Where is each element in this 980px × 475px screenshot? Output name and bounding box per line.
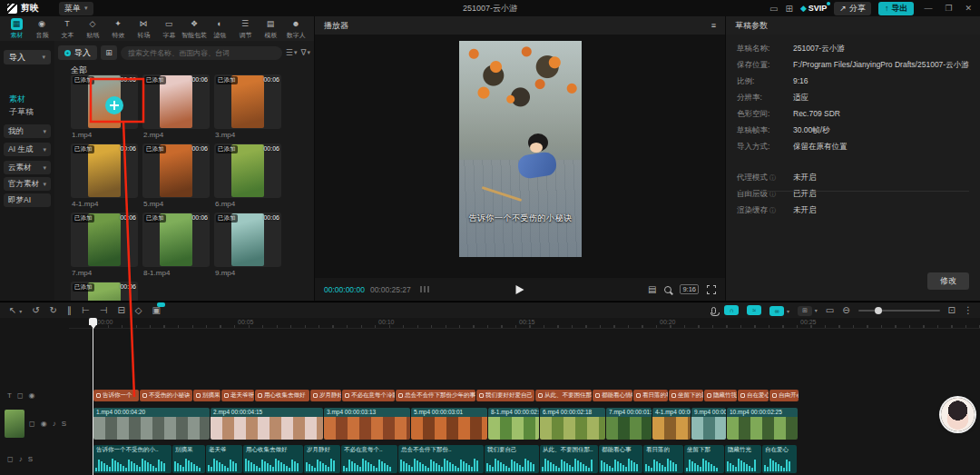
sidebar-item-素材[interactable]: 素材 (9, 94, 25, 105)
timeline-zoom-slider[interactable] (858, 310, 940, 312)
video-clip-3.mp4[interactable]: 3.mp4 00:00:03:13 (324, 408, 410, 440)
media-item-10.mp4[interactable]: 已添加00:0610.mp4 (71, 282, 138, 301)
sidebar-item-云素材[interactable]: 云素材▾ (4, 161, 51, 174)
audio-clip[interactable]: 别摘果 (172, 445, 205, 473)
timecode-button[interactable]: ▭ (826, 305, 834, 315)
audio-clip[interactable]: 不必在意每个.. (341, 445, 397, 473)
view-grid-button[interactable]: ⊞ (101, 45, 117, 60)
ribbon-tab-text[interactable]: T文本 (54, 18, 80, 40)
select-tool-button[interactable]: ↖ ▾ (9, 305, 22, 315)
more-options-icon[interactable]: ⋮ (964, 305, 973, 315)
play-button[interactable] (516, 285, 524, 294)
audio-clip[interactable]: 我们要自己 (485, 445, 539, 473)
mask-button[interactable]: ◇ (135, 305, 142, 315)
lock-icon[interactable]: ◻ (29, 420, 35, 428)
audio-clip[interactable]: 从此、不要困住那.. (540, 445, 598, 473)
audio-clip[interactable]: 岁月静好 (304, 445, 340, 473)
filter-button[interactable]: ∇▾ (300, 48, 310, 57)
sidebar-item-我的[interactable]: 我的▾ (4, 124, 51, 138)
text-clip[interactable]: 看日落的事 (633, 390, 668, 401)
delete-button[interactable]: ⊟ (117, 305, 124, 315)
preview-axis-toggle[interactable]: ⊞ ▾ (798, 304, 818, 316)
ribbon-tab-media[interactable]: ▦素材 (4, 18, 29, 40)
sidebar-item-即梦AI[interactable]: 即梦AI (4, 193, 51, 207)
text-clip[interactable]: 隐藏竹筏 (704, 390, 737, 401)
eye-icon[interactable]: ◉ (29, 391, 35, 400)
sort-button[interactable]: ☰▾ (286, 48, 298, 57)
playhead[interactable] (93, 318, 93, 475)
audio-clip[interactable]: 坐留下那 (684, 445, 724, 473)
share-button[interactable]: ↗ 分享 (834, 2, 871, 15)
auto-snap-toggle[interactable]: ≈ (747, 305, 761, 315)
video-clip-1.mp4[interactable]: 1.mp4 00:00:04:20 (93, 408, 210, 440)
audio-clip[interactable]: 用心收集去做好 (243, 445, 303, 473)
video-preview[interactable]: 告诉你一个不受伤的小秘诀 (459, 41, 582, 257)
user-avatar[interactable] (941, 398, 975, 431)
layout-panel-icon[interactable]: ▭ (769, 4, 778, 14)
media-item-3.mp4[interactable]: 已添加00:063.mp4 (214, 74, 281, 129)
fit-timeline-button[interactable]: ⊡ (948, 305, 956, 315)
minimize-button[interactable]: — (921, 4, 935, 13)
lock-icon[interactable]: ◻ (17, 391, 24, 400)
text-clip[interactable]: 不受伤的小秘诀 (140, 390, 192, 401)
fullscreen-icon[interactable] (707, 285, 716, 294)
text-clip[interactable]: 不必在意每个冷眼 (342, 390, 395, 401)
text-clip[interactable]: 自在爱心 (738, 390, 769, 401)
text-clip[interactable]: 老天爷呀 (221, 390, 254, 401)
eye-icon[interactable]: ◉ (41, 420, 47, 428)
menu-button[interactable]: 菜单 ▾ (59, 2, 93, 15)
export-button[interactable]: ↑ 导出 (878, 2, 915, 15)
zoom-slider-knob[interactable] (875, 307, 882, 314)
record-voiceover-icon[interactable] (711, 307, 716, 314)
text-clip[interactable]: 坐留下的就 (669, 390, 703, 401)
playhead-handle[interactable] (89, 318, 97, 325)
ribbon-tab-effects[interactable]: ✦特效 (105, 18, 131, 40)
mute-icon[interactable]: ♪ (19, 455, 23, 463)
mute-icon[interactable]: ♪ (53, 420, 56, 428)
ribbon-tab-captions[interactable]: ▭字幕 (156, 18, 181, 40)
preview-zoom-icon[interactable] (664, 286, 671, 293)
maximize-button[interactable]: ❐ (942, 4, 955, 13)
media-item-6.mp4[interactable]: 已添加00:066.mp4 (214, 143, 281, 198)
media-item-1.mp4[interactable]: 已添加00:061.mp4 (71, 74, 138, 129)
media-item-7.mp4[interactable]: 已添加00:067.mp4 (71, 213, 138, 267)
ribbon-tab-audio[interactable]: ◉音频 (29, 18, 54, 40)
redo-button[interactable]: ↻ (50, 305, 57, 315)
audio-clip[interactable]: 告诉你一个不受伤的小.. (93, 445, 172, 473)
modify-button[interactable]: 修改 (927, 272, 969, 290)
ribbon-tab-sticker[interactable]: ◇贴纸 (80, 18, 105, 40)
video-clip-7.mp4[interactable]: 7.mp4 00:00:01:21 (606, 408, 652, 440)
undo-button[interactable]: ↺ (32, 305, 39, 315)
sidebar-item-官方素材[interactable]: 官方素材▾ (4, 177, 51, 191)
media-item-8-1.mp4[interactable]: 已添加00:068-1.mp4 (142, 213, 210, 267)
audio-clip[interactable]: 老天爷 (206, 445, 242, 473)
aspect-ratio-button[interactable]: 9:16 (680, 284, 699, 294)
ribbon-tab-transitions[interactable]: ⋈转场 (131, 18, 156, 40)
ribbon-tab-smart-pack[interactable]: ❖智能包装 (181, 18, 207, 40)
smart-tool-button[interactable]: ▣ (152, 305, 161, 315)
split-button[interactable]: ∥ (67, 305, 72, 315)
ribbon-tab-templates[interactable]: ▤模板 (258, 18, 283, 40)
audio-clip[interactable]: 隐藏竹光 (725, 445, 761, 473)
text-clip[interactable]: 从此、不要困住那颗心 (535, 390, 592, 401)
link-toggle[interactable]: ∞ ▾ (769, 305, 789, 316)
media-item-5.mp4[interactable]: 已添加00:065.mp4 (142, 143, 210, 198)
video-clip-5.mp4[interactable]: 5.mp4 00:00:03:01 (411, 408, 487, 440)
text-clip[interactable]: 别摘果 (193, 390, 220, 401)
media-item-4-1.mp4[interactable]: 已添加00:064-1.mp4 (71, 143, 138, 198)
audio-clip[interactable]: 看日落的 (643, 445, 683, 473)
text-clip[interactable]: 我们要好好爱自己 (476, 390, 534, 401)
audio-clip[interactable]: 总会不会停下那份.. (398, 445, 484, 473)
text-clip[interactable]: 岁月静好 (310, 390, 341, 401)
trim-left-button[interactable]: ⊢ (82, 305, 90, 315)
solo-icon[interactable]: S (62, 420, 66, 428)
text-clip[interactable]: 自由开心 (769, 390, 799, 401)
svip-button[interactable]: ◆ SVIP (800, 4, 827, 13)
sidebar-import-dropdown[interactable]: 导入 ▾ (4, 50, 51, 64)
sidebar-item-子草稿[interactable]: 子草稿 (9, 106, 34, 118)
text-clip[interactable]: 用心收集去做好 (255, 390, 309, 401)
media-item-2.mp4[interactable]: 已添加00:062.mp4 (142, 74, 210, 129)
ribbon-tab-digital-human[interactable]: ☻数字人 (283, 18, 309, 40)
video-clip-2.mp4[interactable]: 2.mp4 00:00:04:15 (211, 408, 323, 440)
text-clip[interactable]: 总会不会停下那份少年的事 (396, 390, 475, 401)
